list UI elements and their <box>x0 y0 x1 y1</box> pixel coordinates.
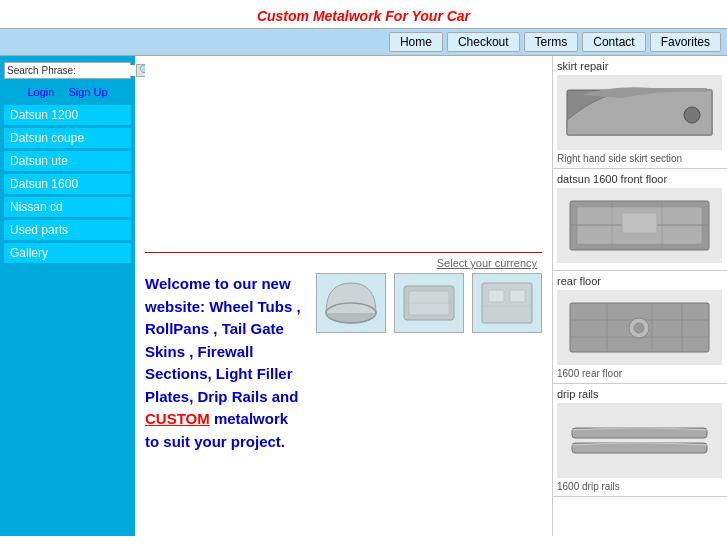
svg-rect-5 <box>482 283 532 323</box>
sidebar: Search Phrase: 🔍 Login Sign Up Datsun 12… <box>0 56 135 536</box>
thumb-doorskin <box>394 273 464 333</box>
navbar: Home Checkout Terms Contact Favorites <box>0 28 727 56</box>
login-link[interactable]: Login <box>27 86 54 98</box>
welcome-text-part1: Welcome to our new website: Wheel Tubs ,… <box>145 275 301 405</box>
banner-area <box>145 62 542 252</box>
right-sidebar: skirt repair Right hand side skirt secti… <box>552 56 727 536</box>
main-content: Select your currency Welcome to our new … <box>135 56 552 536</box>
svg-point-10 <box>684 107 700 123</box>
welcome-text: Welcome to our new website: Wheel Tubs ,… <box>145 273 306 453</box>
search-area: Search Phrase: 🔍 <box>4 62 131 79</box>
product-card-driprails-title[interactable]: drip rails <box>557 388 723 400</box>
nav-contact[interactable]: Contact <box>582 32 645 52</box>
product-card-skirt-title[interactable]: skirt repair <box>557 60 723 72</box>
nav-home[interactable]: Home <box>389 32 443 52</box>
product-card-frontfloor-title[interactable]: datsun 1600 front floor <box>557 173 723 185</box>
product-card-skirt-img <box>557 75 722 150</box>
product-card-frontfloor-img <box>557 188 722 263</box>
svg-rect-25 <box>572 428 707 438</box>
nav-checkout[interactable]: Checkout <box>447 32 520 52</box>
svg-point-24 <box>634 323 644 333</box>
custom-link[interactable]: CUSTOM <box>145 410 210 427</box>
svg-rect-16 <box>622 213 657 233</box>
search-input[interactable] <box>76 65 136 76</box>
product-card-driprails-desc: 1600 drip rails <box>557 481 723 492</box>
signup-link[interactable]: Sign Up <box>68 86 107 98</box>
svg-rect-7 <box>510 290 525 302</box>
sidebar-item-gallery[interactable]: Gallery <box>4 243 131 263</box>
svg-rect-26 <box>572 443 707 453</box>
welcome-section: Welcome to our new website: Wheel Tubs ,… <box>145 273 542 453</box>
thumb-wheeltub <box>316 273 386 333</box>
product-card-rearfloor-title[interactable]: rear floor <box>557 275 723 287</box>
svg-rect-6 <box>489 290 504 302</box>
search-label: Search Phrase: <box>7 65 76 76</box>
currency-link[interactable]: Select your currency <box>145 252 542 269</box>
product-card-rearfloor: rear floor 1600 rear floor <box>553 271 727 384</box>
product-card-frontfloor: datsun 1600 front floor <box>553 169 727 271</box>
header: Custom Metalwork For Your Car <box>0 0 727 28</box>
sidebar-item-usedparts[interactable]: Used parts <box>4 220 131 240</box>
sidebar-item-datsunute[interactable]: Datsun ute <box>4 151 131 171</box>
nav-favorites[interactable]: Favorites <box>650 32 721 52</box>
nav-terms[interactable]: Terms <box>524 32 579 52</box>
sidebar-item-datsun1200[interactable]: Datsun 1200 <box>4 105 131 125</box>
product-images <box>316 273 542 333</box>
layout: Search Phrase: 🔍 Login Sign Up Datsun 12… <box>0 56 727 536</box>
auth-links: Login Sign Up <box>4 85 131 99</box>
sidebar-item-datsuncoupe[interactable]: Datsun coupe <box>4 128 131 148</box>
site-title: Custom Metalwork For Your Car <box>257 8 470 24</box>
sidebar-item-nissancd[interactable]: Nissan cd <box>4 197 131 217</box>
thumb-firewall <box>472 273 542 333</box>
product-card-rearfloor-desc: 1600 rear floor <box>557 368 723 379</box>
product-card-driprails-img <box>557 403 722 478</box>
product-card-driprails: drip rails 1600 drip rails <box>553 384 727 497</box>
product-card-skirt-desc: Right hand side skirt section <box>557 153 723 164</box>
sidebar-item-datsun1600[interactable]: Datsun 1600 <box>4 174 131 194</box>
product-card-skirt: skirt repair Right hand side skirt secti… <box>553 56 727 169</box>
product-card-rearfloor-img <box>557 290 722 365</box>
